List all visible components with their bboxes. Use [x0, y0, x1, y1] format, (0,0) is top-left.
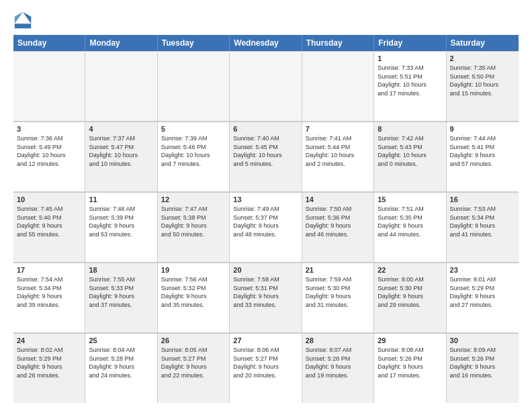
day-number: 10 [17, 195, 81, 203]
day-number: 2 [450, 54, 515, 62]
page: SundayMondayTuesdayWednesdayThursdayFrid… [0, 0, 532, 411]
cal-cell: 24Sunrise: 8:02 AM Sunset: 5:29 PM Dayli… [13, 333, 85, 403]
day-number: 12 [161, 195, 226, 203]
day-number: 15 [378, 195, 442, 203]
cal-cell: 3Sunrise: 7:36 AM Sunset: 5:49 PM Daylig… [13, 122, 85, 191]
cal-cell [13, 51, 85, 121]
week-row-3: 10Sunrise: 7:45 AM Sunset: 5:40 PM Dayli… [13, 192, 519, 263]
cal-cell [85, 51, 157, 121]
day-info: Sunrise: 7:55 AM Sunset: 5:33 PM Dayligh… [89, 275, 153, 309]
day-info: Sunrise: 7:46 AM Sunset: 5:39 PM Dayligh… [89, 205, 153, 238]
day-number: 13 [233, 195, 298, 203]
cal-header-thursday: Thursday [302, 35, 374, 51]
day-info: Sunrise: 7:36 AM Sunset: 5:49 PM Dayligh… [17, 134, 81, 168]
cal-cell: 5Sunrise: 7:39 AM Sunset: 5:46 PM Daylig… [158, 122, 230, 191]
cal-cell: 25Sunrise: 8:04 AM Sunset: 5:28 PM Dayli… [85, 333, 157, 403]
day-number: 14 [306, 195, 370, 203]
cal-cell: 13Sunrise: 7:49 AM Sunset: 5:37 PM Dayli… [230, 192, 302, 262]
week-row-1: 1Sunrise: 7:33 AM Sunset: 5:51 PM Daylig… [13, 51, 519, 122]
week-row-2: 3Sunrise: 7:36 AM Sunset: 5:49 PM Daylig… [13, 122, 519, 192]
day-number: 28 [306, 336, 370, 345]
day-info: Sunrise: 7:35 AM Sunset: 5:50 PM Dayligh… [450, 64, 515, 97]
day-info: Sunrise: 7:50 AM Sunset: 5:36 PM Dayligh… [306, 205, 370, 238]
day-number: 11 [89, 195, 153, 203]
day-number: 4 [89, 125, 153, 133]
day-number: 24 [17, 336, 81, 345]
calendar-header: SundayMondayTuesdayWednesdayThursdayFrid… [13, 35, 519, 51]
cal-header-tuesday: Tuesday [158, 35, 230, 51]
logo [13, 11, 35, 30]
cal-cell: 7Sunrise: 7:41 AM Sunset: 5:44 PM Daylig… [302, 122, 374, 191]
cal-cell: 18Sunrise: 7:55 AM Sunset: 5:33 PM Dayli… [85, 263, 157, 332]
day-info: Sunrise: 7:47 AM Sunset: 5:38 PM Dayligh… [161, 205, 226, 238]
day-info: Sunrise: 7:42 AM Sunset: 5:43 PM Dayligh… [378, 134, 442, 168]
cal-cell: 30Sunrise: 8:09 AM Sunset: 5:26 PM Dayli… [447, 333, 519, 403]
day-number: 1 [378, 54, 442, 62]
day-number: 9 [450, 125, 515, 133]
day-number: 30 [450, 336, 515, 345]
cal-cell: 10Sunrise: 7:45 AM Sunset: 5:40 PM Dayli… [13, 192, 85, 262]
day-info: Sunrise: 7:56 AM Sunset: 5:32 PM Dayligh… [161, 275, 226, 309]
cal-header-saturday: Saturday [447, 35, 519, 51]
day-info: Sunrise: 7:41 AM Sunset: 5:44 PM Dayligh… [306, 134, 370, 168]
day-info: Sunrise: 8:08 AM Sunset: 5:26 PM Dayligh… [378, 346, 442, 379]
cal-cell [230, 51, 302, 121]
day-info: Sunrise: 8:02 AM Sunset: 5:29 PM Dayligh… [17, 346, 81, 379]
day-number: 18 [89, 266, 153, 274]
cal-cell: 19Sunrise: 7:56 AM Sunset: 5:32 PM Dayli… [158, 263, 230, 332]
cal-cell: 11Sunrise: 7:46 AM Sunset: 5:39 PM Dayli… [85, 192, 157, 262]
cal-header-sunday: Sunday [13, 35, 85, 51]
cal-cell: 17Sunrise: 7:54 AM Sunset: 5:34 PM Dayli… [13, 263, 85, 332]
day-info: Sunrise: 7:51 AM Sunset: 5:35 PM Dayligh… [378, 205, 442, 238]
day-info: Sunrise: 7:33 AM Sunset: 5:51 PM Dayligh… [378, 64, 442, 97]
cal-cell: 1Sunrise: 7:33 AM Sunset: 5:51 PM Daylig… [374, 51, 446, 121]
day-info: Sunrise: 7:58 AM Sunset: 5:31 PM Dayligh… [233, 275, 298, 309]
day-number: 26 [161, 336, 226, 345]
day-number: 23 [450, 266, 515, 274]
cal-cell: 26Sunrise: 8:05 AM Sunset: 5:27 PM Dayli… [158, 333, 230, 403]
day-number: 29 [378, 336, 442, 345]
cal-header-friday: Friday [374, 35, 446, 51]
day-info: Sunrise: 7:40 AM Sunset: 5:45 PM Dayligh… [233, 134, 298, 168]
header [13, 11, 519, 30]
calendar: SundayMondayTuesdayWednesdayThursdayFrid… [13, 35, 519, 403]
calendar-body: 1Sunrise: 7:33 AM Sunset: 5:51 PM Daylig… [13, 51, 519, 403]
day-info: Sunrise: 8:05 AM Sunset: 5:27 PM Dayligh… [161, 346, 226, 379]
cal-cell: 22Sunrise: 8:00 AM Sunset: 5:30 PM Dayli… [374, 263, 446, 332]
cal-cell: 21Sunrise: 7:59 AM Sunset: 5:30 PM Dayli… [302, 263, 374, 332]
day-number: 16 [450, 195, 515, 203]
day-info: Sunrise: 8:07 AM Sunset: 5:26 PM Dayligh… [306, 346, 370, 379]
day-number: 21 [306, 266, 370, 274]
cal-cell: 23Sunrise: 8:01 AM Sunset: 5:29 PM Dayli… [447, 263, 519, 332]
day-info: Sunrise: 8:04 AM Sunset: 5:28 PM Dayligh… [89, 346, 153, 379]
day-number: 7 [306, 125, 370, 133]
day-number: 17 [17, 266, 81, 274]
cal-cell: 20Sunrise: 7:58 AM Sunset: 5:31 PM Dayli… [230, 263, 302, 332]
day-number: 22 [378, 266, 442, 274]
week-row-5: 24Sunrise: 8:02 AM Sunset: 5:29 PM Dayli… [13, 333, 519, 403]
cal-cell: 16Sunrise: 7:53 AM Sunset: 5:34 PM Dayli… [447, 192, 519, 262]
day-info: Sunrise: 7:53 AM Sunset: 5:34 PM Dayligh… [450, 205, 515, 238]
cal-cell: 12Sunrise: 7:47 AM Sunset: 5:38 PM Dayli… [158, 192, 230, 262]
day-number: 5 [161, 125, 226, 133]
day-info: Sunrise: 7:54 AM Sunset: 5:34 PM Dayligh… [17, 275, 81, 309]
cal-cell: 29Sunrise: 8:08 AM Sunset: 5:26 PM Dayli… [374, 333, 446, 403]
cal-cell: 15Sunrise: 7:51 AM Sunset: 5:35 PM Dayli… [374, 192, 446, 262]
day-info: Sunrise: 8:00 AM Sunset: 5:30 PM Dayligh… [378, 275, 442, 309]
day-info: Sunrise: 7:39 AM Sunset: 5:46 PM Dayligh… [161, 134, 226, 168]
day-number: 27 [233, 336, 298, 345]
day-info: Sunrise: 8:06 AM Sunset: 5:27 PM Dayligh… [233, 346, 298, 379]
cal-cell [302, 51, 374, 121]
logo-icon [13, 11, 32, 30]
svg-rect-3 [15, 24, 32, 28]
day-number: 8 [378, 125, 442, 133]
day-number: 20 [233, 266, 298, 274]
cal-cell [158, 51, 230, 121]
day-number: 6 [233, 125, 298, 133]
cal-cell: 6Sunrise: 7:40 AM Sunset: 5:45 PM Daylig… [230, 122, 302, 191]
cal-cell: 2Sunrise: 7:35 AM Sunset: 5:50 PM Daylig… [447, 51, 519, 121]
day-info: Sunrise: 7:37 AM Sunset: 5:47 PM Dayligh… [89, 134, 153, 168]
cal-cell: 4Sunrise: 7:37 AM Sunset: 5:47 PM Daylig… [85, 122, 157, 191]
cal-cell: 28Sunrise: 8:07 AM Sunset: 5:26 PM Dayli… [302, 333, 374, 403]
day-info: Sunrise: 7:44 AM Sunset: 5:41 PM Dayligh… [450, 134, 515, 168]
